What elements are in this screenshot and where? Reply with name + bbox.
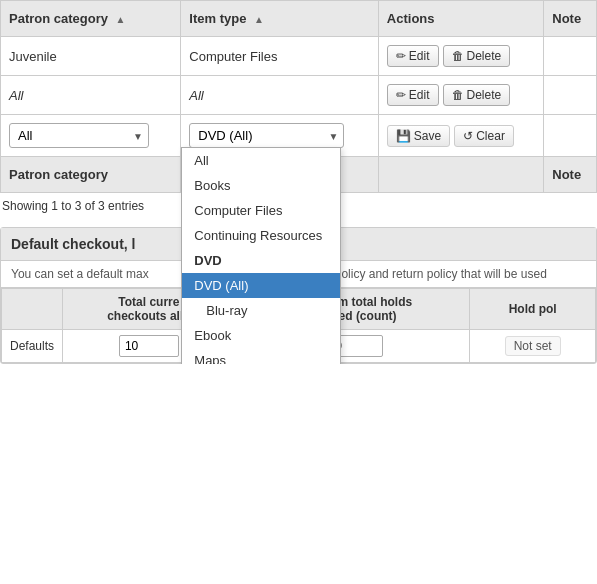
item-type-dropdown: AllBooksComputer FilesContinuing Resourc… bbox=[181, 147, 341, 364]
cell-patron-category-all: All bbox=[1, 76, 181, 115]
save-icon: 💾 bbox=[396, 129, 411, 143]
col-actions: Actions bbox=[378, 1, 543, 37]
col-patron-category: Patron category ▲ bbox=[1, 1, 181, 37]
dropdown-item[interactable]: Computer Files bbox=[182, 198, 340, 223]
bottom-col-holdpol: Hold pol bbox=[470, 289, 596, 330]
cell-note-row2 bbox=[544, 76, 597, 115]
undo-icon: ↺ bbox=[463, 129, 473, 143]
new-entry-row: All Juvenile ▼ DVD (All) ▼ bbox=[1, 115, 597, 157]
circulation-rules-table: Patron category ▲ Item type ▲ Actions No… bbox=[0, 0, 597, 193]
dropdown-item[interactable]: Continuing Resources bbox=[182, 223, 340, 248]
edit-button-row2[interactable]: ✏ Edit bbox=[387, 84, 439, 106]
cell-patron-category: Juvenile bbox=[1, 37, 181, 76]
cell-item-type-select: DVD (All) ▼ AllBooksComputer FilesContin… bbox=[181, 115, 379, 157]
defaults-holdpol-cell: Not set bbox=[470, 330, 596, 363]
dropdown-item[interactable]: All bbox=[182, 148, 340, 173]
cell-item-type-all: All bbox=[181, 76, 379, 115]
cell-patron-select: All Juvenile ▼ bbox=[1, 115, 181, 157]
cell-actions-row2: ✏ Edit 🗑 Delete bbox=[378, 76, 543, 115]
col-note: Note bbox=[544, 1, 597, 37]
cell-note-new bbox=[544, 115, 597, 157]
table-row: Juvenile Computer Files ✏ Edit 🗑 Delete bbox=[1, 37, 597, 76]
defaults-label: Defaults bbox=[2, 330, 63, 363]
trash-icon-2: 🗑 bbox=[452, 88, 464, 102]
delete-button-row2[interactable]: 🗑 Delete bbox=[443, 84, 511, 106]
second-patron-header: Patron category bbox=[1, 157, 181, 193]
sort-item-icon: ▲ bbox=[254, 14, 264, 25]
dropdown-item[interactable]: Maps bbox=[182, 348, 340, 364]
not-set-badge: Not set bbox=[505, 336, 561, 356]
sort-patron-icon: ▲ bbox=[116, 14, 126, 25]
table-row: All All ✏ Edit 🗑 Delete bbox=[1, 76, 597, 115]
edit-button-row1[interactable]: ✏ Edit bbox=[387, 45, 439, 67]
clear-button[interactable]: ↺ Clear bbox=[454, 125, 514, 147]
checkout-input[interactable] bbox=[119, 335, 179, 357]
trash-icon: 🗑 bbox=[452, 49, 464, 63]
cell-save-clear: 💾 Save ↺ Clear bbox=[378, 115, 543, 157]
pencil-icon-2: ✏ bbox=[396, 88, 406, 102]
save-button[interactable]: 💾 Save bbox=[387, 125, 450, 147]
dropdown-item[interactable]: Ebook bbox=[182, 323, 340, 348]
delete-button-row1[interactable]: 🗑 Delete bbox=[443, 45, 511, 67]
dropdown-item: DVD bbox=[182, 248, 340, 273]
dropdown-item[interactable]: DVD (All) bbox=[182, 273, 340, 298]
bottom-col-label bbox=[2, 289, 63, 330]
pencil-icon: ✏ bbox=[396, 49, 406, 63]
col-item-type: Item type ▲ bbox=[181, 1, 379, 37]
cell-item-type: Computer Files bbox=[181, 37, 379, 76]
second-note-header: Note bbox=[544, 157, 597, 193]
dropdown-item[interactable]: Books bbox=[182, 173, 340, 198]
second-actions-header bbox=[378, 157, 543, 193]
dropdown-list: AllBooksComputer FilesContinuing Resourc… bbox=[182, 148, 340, 364]
cell-note-row1 bbox=[544, 37, 597, 76]
cell-actions: ✏ Edit 🗑 Delete bbox=[378, 37, 543, 76]
patron-category-select[interactable]: All Juvenile bbox=[9, 123, 149, 148]
dropdown-item[interactable]: Blu-ray bbox=[182, 298, 340, 323]
item-type-select[interactable]: DVD (All) bbox=[189, 123, 344, 148]
